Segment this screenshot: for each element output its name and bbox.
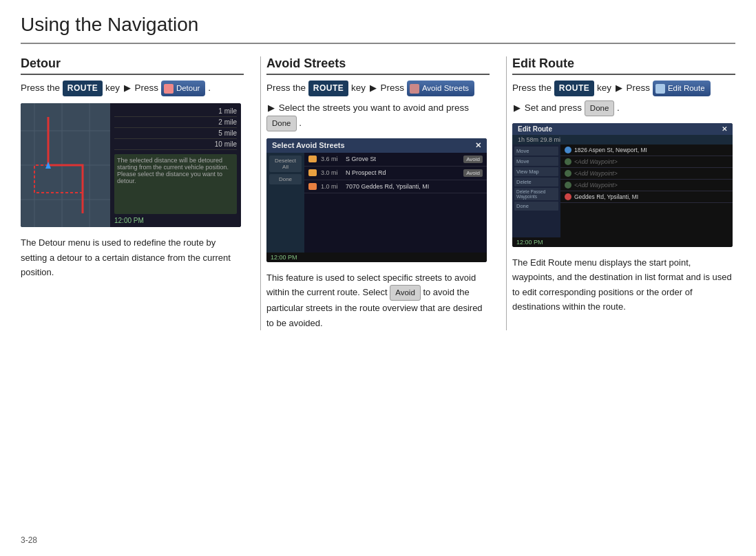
detour-press-the: Press the xyxy=(21,83,60,93)
editroute-route-badge: ROUTE xyxy=(554,81,595,96)
detour-instruction: Press the ROUTE key ▶ Press Detour . xyxy=(21,81,244,96)
avoid-inline-btn[interactable]: Avoid xyxy=(390,285,421,301)
editroute-subheader: 1h 58m 29.8 mi xyxy=(512,135,733,145)
route-waypoint-icon-1 xyxy=(565,158,571,165)
table-row: <Add Waypoint> xyxy=(560,180,733,191)
detour-period: . xyxy=(208,83,211,93)
road-icon-3 xyxy=(308,183,317,190)
edit-route-section: Edit Route Press the ROUTE key ▶ Press E… xyxy=(507,56,735,330)
detour-arrow: ▶ xyxy=(124,81,131,96)
header-divider xyxy=(21,43,735,44)
avoid-list: 3.6 mi S Grove St Avoid 3.0 mi N Prospec… xyxy=(304,153,487,253)
editroute-instruction-1: Press the ROUTE key ▶ Press Edit Route xyxy=(512,81,735,96)
route-dest-icon xyxy=(565,193,571,200)
editroute-list: 1826 Aspen St, Newport, MI <Add Waypoint… xyxy=(560,145,733,237)
avoid-screen-body: Deselect All Done 3.6 mi S Grove St Avoi… xyxy=(266,153,487,253)
editroute-btn-label: Edit Route xyxy=(668,82,705,94)
page-number: 3-28 xyxy=(21,535,37,545)
detour-press-text: Press xyxy=(135,83,159,93)
detour-dist-4: 10 mile xyxy=(114,139,237,150)
detour-dist-2: 2 mile xyxy=(114,117,237,128)
edit-route-title: Edit Route xyxy=(512,56,735,75)
editroute-arrow-1: ▶ xyxy=(616,81,622,96)
detour-section: Detour Press the ROUTE key ▶ Press Detou… xyxy=(21,56,261,330)
edit-route-button[interactable]: Edit Route xyxy=(653,81,711,96)
avoid-screen-header: Select Avoid Streets ✕ xyxy=(266,138,487,153)
editroute-arrow-2: ▶ xyxy=(514,101,521,116)
avoid-screen: Select Avoid Streets ✕ Deselect All Done… xyxy=(266,138,487,262)
avoid-press-text: Press xyxy=(381,83,405,93)
editroute-press-the: Press the xyxy=(512,83,552,93)
avoid-tag-2[interactable]: Avoid xyxy=(463,169,483,177)
detour-distance-panel: 1 mile 2 mile 5 mile 10 mile The selecte… xyxy=(110,103,241,227)
avoid-done-button[interactable]: Done xyxy=(266,116,297,131)
detour-button[interactable]: Detour xyxy=(161,81,206,96)
avoid-instruction-1: Press the ROUTE key ▶ Press Avoid Street… xyxy=(266,81,490,96)
editroute-description: The Edit Route menu displays the start p… xyxy=(512,255,735,314)
detour-dist-3: 5 mile xyxy=(114,128,237,139)
editroute-done-side-btn[interactable]: Done xyxy=(514,202,558,211)
avoid-done-side-btn[interactable]: Done xyxy=(269,174,302,184)
content-columns: Detour Press the ROUTE key ▶ Press Detou… xyxy=(21,56,735,330)
avoid-instruction-2: ▶ Select the streets you want to avoid a… xyxy=(266,100,490,131)
detour-dist-1: 1 mile xyxy=(114,106,237,117)
editroute-instruction-2: ▶ Set and press Done . xyxy=(512,100,735,116)
detour-title: Detour xyxy=(21,56,244,75)
detour-key-text: key xyxy=(105,83,120,93)
editroute-screen-close: ✕ xyxy=(722,125,727,133)
avoid-left-panel: Deselect All Done xyxy=(266,153,304,253)
editroute-viewmap-btn[interactable]: View Map xyxy=(514,167,558,176)
editroute-done-button[interactable]: Done xyxy=(585,100,615,116)
detour-map-area xyxy=(21,103,110,227)
editroute-delete-passed-btn[interactable]: Delete Passed Waypoints xyxy=(514,188,558,200)
avoid-screen-title: Select Avoid Streets xyxy=(272,141,345,149)
avoid-route-badge: ROUTE xyxy=(308,81,349,96)
list-item: 1.0 mi 7070 Geddes Rd, Ypsilanti, MI xyxy=(304,180,487,193)
avoid-screen-clock: 12:00 PM xyxy=(266,253,487,262)
editroute-set-text: Set and press xyxy=(525,103,582,113)
detour-screen: 1 mile 2 mile 5 mile 10 mile The selecte… xyxy=(21,103,241,227)
avoid-period: . xyxy=(299,118,302,128)
avoid-streets-button[interactable]: Avoid Streets xyxy=(407,81,474,96)
list-item: 3.6 mi S Grove St Avoid xyxy=(304,153,487,167)
table-row: <Add Waypoint> xyxy=(560,168,733,180)
route-start-icon xyxy=(565,147,571,153)
avoid-streets-section: Avoid Streets Press the ROUTE key ▶ Pres… xyxy=(261,56,507,330)
table-row: Geddes Rd, Ypsilanti, MI xyxy=(560,191,733,203)
editroute-move-btn-1[interactable]: Move xyxy=(514,147,558,156)
table-row: 1826 Aspen St, Newport, MI xyxy=(560,145,733,156)
detour-clock: 12:00 PM xyxy=(114,217,237,224)
list-item: 3.0 mi N Prospect Rd Avoid xyxy=(304,167,487,180)
editroute-screen-title: Edit Route xyxy=(518,125,552,133)
page-title: Using the Navigation xyxy=(21,14,735,36)
road-icon xyxy=(308,156,317,162)
route-waypoint-icon-3 xyxy=(565,182,571,189)
editroute-delete-btn[interactable]: Delete xyxy=(514,178,558,186)
editroute-press-text: Press xyxy=(627,83,651,93)
editroute-screen-header: Edit Route ✕ xyxy=(512,123,733,135)
editroute-left-panel: Move Move View Map Delete Delete Passed … xyxy=(512,145,560,237)
detour-info-text: The selected distance will be detoured s… xyxy=(114,154,237,214)
avoid-streets-icon xyxy=(410,84,419,94)
road-icon-2 xyxy=(308,169,317,176)
editroute-key-text: key xyxy=(597,83,611,93)
avoid-arrow-1: ▶ xyxy=(370,81,377,96)
editroute-screen-clock: 12:00 PM xyxy=(512,237,733,247)
route-waypoint-icon-2 xyxy=(565,170,571,177)
avoid-streets-title: Avoid Streets xyxy=(266,56,490,75)
avoid-description: This feature is used to select specific … xyxy=(266,270,490,330)
detour-btn-label: Detour xyxy=(176,82,200,94)
table-row: <Add Waypoint> xyxy=(560,156,733,168)
detour-route-badge: ROUTE xyxy=(63,81,103,96)
avoid-key-text: key xyxy=(351,83,366,93)
avoid-streets-btn-label: Avoid Streets xyxy=(422,82,469,94)
edit-route-screen: Edit Route ✕ 1h 58m 29.8 mi Move Move Vi… xyxy=(512,123,733,247)
avoid-deselect-btn[interactable]: Deselect All xyxy=(269,156,302,172)
avoid-select-text: Select the streets you want to avoid and… xyxy=(279,103,469,113)
avoid-arrow-2: ▶ xyxy=(268,101,275,116)
editroute-move-btn-2[interactable]: Move xyxy=(514,157,558,166)
editroute-period: . xyxy=(617,103,620,113)
avoid-tag[interactable]: Avoid xyxy=(463,156,483,163)
editroute-time-dist: 1h 58m 29.8 mi xyxy=(518,136,560,143)
avoid-screen-close-icon: ✕ xyxy=(475,141,481,150)
